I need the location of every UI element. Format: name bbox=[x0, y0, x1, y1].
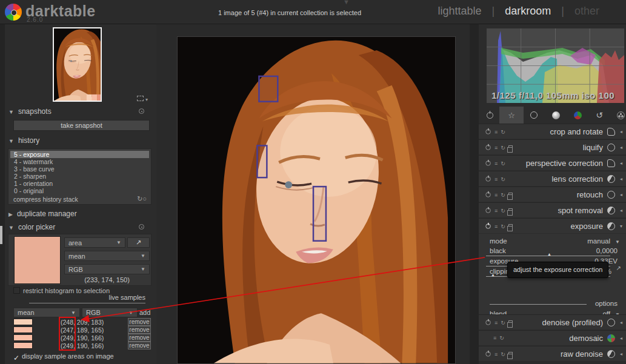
presets-icon[interactable]: ≡ bbox=[494, 192, 498, 198]
multi-instance-icon[interactable] bbox=[508, 224, 513, 228]
module-power-icon[interactable] bbox=[485, 351, 490, 356]
color-picker-header[interactable]: ▼color picker bbox=[8, 223, 55, 231]
module-power-icon[interactable] bbox=[485, 160, 490, 165]
remove-sample-button[interactable]: remove bbox=[128, 318, 151, 326]
left-panel-handle[interactable] bbox=[0, 226, 2, 244]
collapse-arrow-icon[interactable]: ▾ bbox=[620, 223, 622, 229]
favorites-group-icon[interactable]: ☆ bbox=[505, 109, 518, 121]
module-retouch[interactable]: ≡↻ retouch ◂ bbox=[479, 187, 626, 202]
eyedropper-icon[interactable]: ↗ bbox=[616, 265, 621, 271]
module-power-icon[interactable] bbox=[485, 192, 490, 197]
tone-group-icon[interactable] bbox=[550, 109, 562, 121]
sample-swatch[interactable] bbox=[13, 342, 33, 349]
module-perspective-correction[interactable]: ≡↻ perspective correction ◂ bbox=[479, 155, 626, 170]
remove-sample-button[interactable]: remove bbox=[128, 334, 151, 342]
zoom-fit-icon[interactable] bbox=[137, 96, 144, 101]
presets-icon[interactable]: ≡ bbox=[494, 223, 498, 230]
presets-icon[interactable]: ≡ bbox=[494, 129, 498, 135]
presets-icon[interactable]: ≡ bbox=[494, 160, 498, 167]
module-power-icon[interactable] bbox=[485, 320, 490, 325]
presets-icon[interactable]: ≡ bbox=[494, 320, 498, 326]
enabled-modules-group-icon[interactable] bbox=[484, 109, 496, 121]
top-panel-collapse-icon[interactable]: ▼ bbox=[343, 0, 350, 5]
basic-group-icon[interactable] bbox=[528, 109, 540, 121]
module-raw-denoise[interactable]: ≡↻ raw denoise ◂ bbox=[479, 346, 626, 361]
take-snapshot-button[interactable]: take snapshot bbox=[13, 120, 150, 131]
mode-value[interactable]: manual bbox=[587, 237, 610, 245]
history-item[interactable]: 0 - original bbox=[8, 187, 151, 194]
add-sample-button[interactable]: add bbox=[139, 309, 150, 316]
reset-icon[interactable]: ↻ bbox=[501, 208, 505, 214]
remove-sample-button[interactable]: remove bbox=[128, 326, 151, 334]
duplicate-manager-header[interactable]: ▶duplicate manager bbox=[8, 210, 77, 218]
view-darkroom[interactable]: darkroom bbox=[505, 5, 551, 17]
sample-swatch[interactable] bbox=[13, 319, 33, 325]
presets-icon[interactable]: ≡ bbox=[494, 176, 498, 182]
reset-icon[interactable]: ↻ bbox=[501, 192, 505, 198]
history-item[interactable]: 2 - sharpen bbox=[8, 173, 151, 180]
expand-arrow-icon[interactable]: ◂ bbox=[620, 208, 622, 213]
chevron-down-icon[interactable]: ▼ bbox=[615, 239, 620, 245]
presets-icon[interactable]: ≡ bbox=[494, 145, 498, 151]
navigation-thumbnail[interactable] bbox=[53, 27, 102, 102]
sample-swatch[interactable] bbox=[13, 326, 33, 333]
module-power-icon[interactable] bbox=[485, 208, 490, 213]
presets-icon[interactable]: ≡ bbox=[494, 208, 498, 214]
multi-instance-icon[interactable] bbox=[508, 320, 513, 325]
expand-arrow-icon[interactable]: ◂ bbox=[620, 160, 622, 166]
clipping-slider-marker[interactable]: ▲ bbox=[491, 273, 495, 277]
color-picker-eyedropper-button[interactable]: ↗ bbox=[127, 237, 150, 248]
history-item[interactable]: 4 - watermark bbox=[8, 158, 151, 165]
correction-group-icon[interactable]: ↺ bbox=[593, 109, 605, 121]
expand-arrow-icon[interactable]: ◂ bbox=[620, 145, 622, 150]
samples-colorspace-dropdown[interactable]: RGB ▼ bbox=[82, 308, 138, 317]
presets-icon[interactable]: ≡ bbox=[493, 335, 496, 341]
black-slider-marker[interactable]: ▲ bbox=[547, 252, 551, 256]
options-expander[interactable]: options bbox=[595, 300, 618, 307]
remove-sample-button[interactable]: remove bbox=[128, 342, 151, 349]
multi-instance-icon[interactable] bbox=[508, 145, 513, 150]
reset-icon[interactable]: ↻ bbox=[499, 335, 504, 341]
restrict-histogram-checkbox[interactable] bbox=[13, 287, 20, 294]
reset-icon[interactable]: ↻ bbox=[501, 320, 505, 326]
expand-arrow-icon[interactable]: ◂ bbox=[620, 192, 622, 197]
darkroom-canvas[interactable] bbox=[156, 24, 470, 364]
view-lighttable[interactable]: lighttable bbox=[438, 5, 481, 17]
module-power-icon[interactable] bbox=[485, 145, 490, 150]
module-spot-removal[interactable]: ≡↻ spot removal ◂ bbox=[479, 202, 626, 217]
samples-statistic-dropdown[interactable]: mean ▼ bbox=[13, 308, 80, 317]
module-liquify[interactable]: ≡↻ liquify ◂ bbox=[479, 139, 626, 154]
module-crop-and-rotate[interactable]: ≡↻ crop and rotate ◂ bbox=[479, 124, 626, 139]
effects-group-icon[interactable] bbox=[614, 109, 626, 121]
module-exposure[interactable]: ≡↻ exposure ▾ bbox=[479, 218, 626, 233]
picker-statistic-dropdown[interactable]: mean ▼ bbox=[64, 251, 150, 261]
display-samples-checkbox[interactable]: ✓ bbox=[13, 354, 19, 362]
expand-arrow-icon[interactable]: ◂ bbox=[620, 320, 622, 325]
color-group-icon[interactable] bbox=[571, 109, 584, 121]
multi-instance-icon[interactable] bbox=[508, 193, 513, 197]
snapshots-header[interactable]: ▼snapshots bbox=[8, 107, 52, 116]
view-other[interactable]: other bbox=[574, 5, 599, 17]
multi-instance-icon[interactable] bbox=[508, 208, 513, 213]
module-denoise-profiled[interactable]: ≡↻ denoise (profiled) ◂ bbox=[479, 314, 626, 329]
color-picker-presets-icon[interactable] bbox=[139, 224, 144, 230]
black-value[interactable]: 0,0000 bbox=[596, 247, 618, 254]
thumbnail-zoom-dropdown-icon[interactable]: ▾ bbox=[145, 97, 148, 102]
module-lens-correction[interactable]: ≡↻ lens correction ◂ bbox=[479, 171, 626, 186]
sample-swatch[interactable] bbox=[13, 334, 33, 341]
reset-icon[interactable]: ↻ bbox=[501, 145, 505, 151]
history-header[interactable]: ▼history bbox=[8, 136, 39, 145]
reset-icon[interactable]: ↻ bbox=[501, 351, 505, 357]
picker-area-dropdown[interactable]: area ▼ bbox=[64, 237, 125, 248]
reset-icon[interactable]: ↻ bbox=[501, 176, 505, 182]
reset-icon[interactable]: ↻ bbox=[501, 129, 505, 135]
history-item[interactable]: 5 - exposure bbox=[10, 151, 149, 158]
history-item[interactable]: 1 - orientation bbox=[8, 180, 151, 187]
compress-history-button[interactable]: compress history stack bbox=[13, 196, 78, 203]
create-style-icon[interactable]: ↻○ bbox=[137, 195, 147, 203]
expand-arrow-icon[interactable]: ◂ bbox=[620, 336, 622, 341]
expand-arrow-icon[interactable]: ◂ bbox=[620, 129, 622, 134]
expand-arrow-icon[interactable]: ◂ bbox=[620, 176, 622, 182]
snapshots-presets-icon[interactable] bbox=[139, 108, 144, 114]
picker-colorspace-dropdown[interactable]: RGB ▼ bbox=[64, 264, 150, 274]
